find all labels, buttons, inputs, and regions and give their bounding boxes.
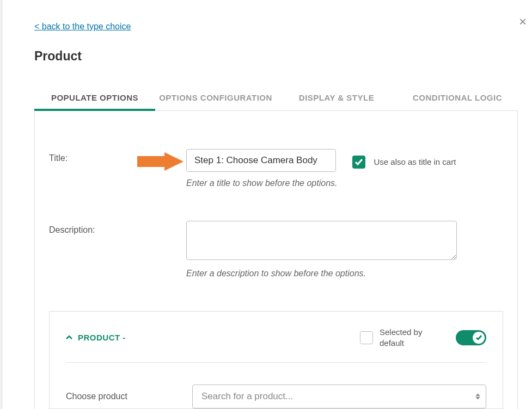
- svg-marker-2: [475, 397, 480, 400]
- tab-conditional-logic[interactable]: CONDITIONAL LOGIC: [397, 85, 518, 110]
- title-help-text: Enter a title to show before the options…: [186, 178, 503, 188]
- svg-marker-1: [475, 394, 480, 396]
- select-placeholder: Search for a product...: [201, 391, 293, 402]
- description-help-text: Enter a description to show before the o…: [186, 269, 503, 278]
- back-link[interactable]: < back to the type choice: [34, 22, 131, 31]
- close-icon[interactable]: ×: [519, 15, 527, 28]
- options-panel: Title: Use also as title in cart Enter a…: [34, 111, 518, 409]
- tab-options-configuration[interactable]: OPTIONS CONFIGURATION: [155, 85, 276, 110]
- tabs: POPULATE OPTIONS OPTIONS CONFIGURATION D…: [34, 85, 518, 111]
- product-enabled-toggle[interactable]: [456, 330, 486, 345]
- tab-display-style[interactable]: DISPLAY & STYLE: [276, 85, 397, 110]
- highlight-arrow-icon: [137, 152, 184, 171]
- use-as-cart-title-checkbox[interactable]: [352, 156, 365, 169]
- product-heading: PRODUCT -: [78, 333, 126, 342]
- tab-populate-options[interactable]: POPULATE OPTIONS: [34, 85, 155, 111]
- description-label: Description:: [49, 221, 186, 235]
- title-input[interactable]: [186, 149, 336, 172]
- description-textarea[interactable]: [186, 221, 457, 260]
- page-title: Product: [34, 49, 532, 64]
- choose-product-select[interactable]: Search for a product...: [192, 385, 486, 408]
- left-edge: [0, 0, 3, 409]
- svg-marker-0: [137, 152, 184, 171]
- use-as-cart-title-label: Use also as title in cart: [374, 157, 456, 166]
- choose-product-label: Choose product: [66, 392, 192, 401]
- toggle-knob: [473, 332, 485, 344]
- product-collapse-toggle[interactable]: PRODUCT -: [66, 333, 126, 342]
- chevron-up-icon: [66, 334, 72, 341]
- selected-by-default-label: Selected by default: [380, 327, 429, 348]
- product-item-box: PRODUCT - Selected by default Choose pro…: [49, 311, 503, 409]
- selected-by-default-checkbox[interactable]: [360, 331, 373, 344]
- select-arrows-icon: [475, 394, 480, 400]
